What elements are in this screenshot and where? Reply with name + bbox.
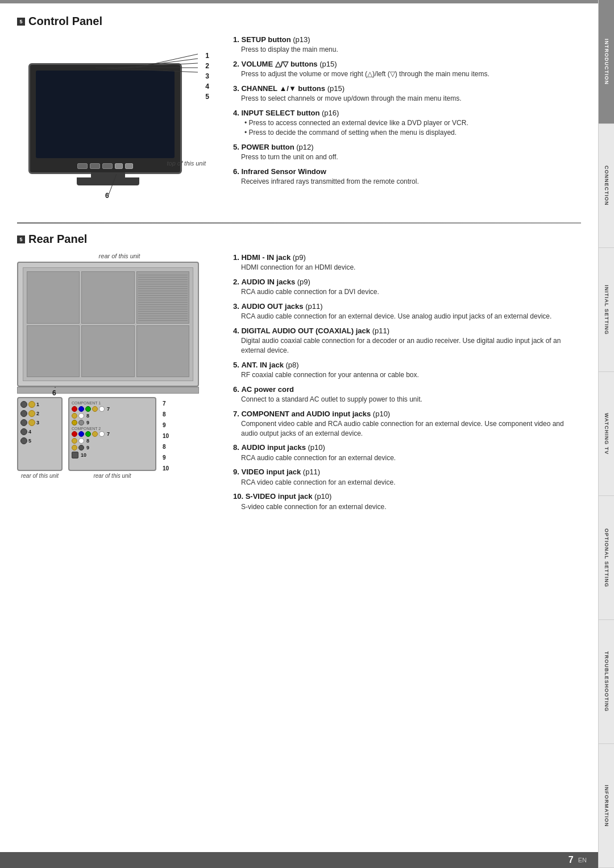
sidebar-tab-introduction[interactable]: INTRODUCTION [599, 0, 614, 124]
control-panel-items: 1. SETUP button (p13) Press to display t… [233, 35, 581, 187]
control-panel-body: 1 2 3 4 5 [17, 35, 581, 205]
rear-item-10: 10. S-VIDEO input jack (p10) S-video cab… [233, 491, 581, 511]
rear-panel-body: rear of this unit 6 [17, 253, 581, 516]
control-item-4: 4. INPUT SELECT button (p16) Press to ac… [233, 108, 581, 138]
control-panel-diagram-col: 1 2 3 4 5 [17, 35, 222, 205]
top-unit-label: top of this unit [167, 160, 206, 167]
rear-item-4: 4. DIGITAL AUDIO OUT (COAXIAL) jack (p11… [233, 326, 581, 356]
rear-panel-header: 5 Rear Panel [17, 233, 581, 246]
side-label-left: rear of this unit [17, 473, 63, 479]
control-item-1: 1. SETUP button (p13) Press to display t… [233, 35, 581, 55]
callout-3: 3 [205, 72, 209, 80]
callout-6-label: 6 [105, 192, 109, 200]
control-panel-desc-col: 1. SETUP button (p13) Press to display t… [233, 35, 581, 205]
rear-diagram-col: rear of this unit 6 [17, 253, 222, 516]
sidebar-tab-troubleshooting[interactable]: TROUBLESHOOTING [599, 620, 614, 744]
rear-item-8: 8. AUDIO input jacks (p10) RCA audio cab… [233, 443, 581, 462]
control-panel-header: 5 Control Panel [17, 15, 581, 28]
page-number: 7 [569, 855, 574, 865]
rear-item-6: 6. AC power cord Connect to a standard A… [233, 385, 581, 404]
sidebar-tab-connection[interactable]: CONNECTION [599, 124, 614, 248]
callout-1: 1 [205, 52, 209, 60]
main-content: 5 Control Panel 1 2 3 4 5 [0, 3, 598, 868]
rear-item-5: 5. ANT. IN jack (p8) RF coaxial cable co… [233, 360, 581, 380]
sidebar-tab-watching-tv[interactable]: WATCHING TV [599, 372, 614, 496]
control-panel-title: Control Panel [28, 15, 102, 28]
side-label-right: rear of this unit [68, 473, 156, 479]
section-marker-control: 5 [17, 18, 25, 26]
page-lang: EN [578, 857, 587, 863]
sidebar-tab-information[interactable]: INFORMATION [599, 744, 614, 868]
section-divider [17, 222, 581, 224]
control-item-2: 2. VOLUME △/▽ buttons (p15) Press to adj… [233, 59, 581, 79]
rear-item-7: 7. COMPONENT and AUDIO input jacks (p10)… [233, 409, 581, 439]
callout-5: 5 [205, 93, 209, 101]
section-marker-rear: 5 [17, 235, 25, 243]
sidebar-tab-initial-setting[interactable]: INITIAL SETTING [599, 248, 614, 372]
rear-top-label: rear of this unit [17, 253, 222, 259]
rear-item-2: 2. AUDIO IN jacks (p9) RCA audio cable c… [233, 277, 581, 297]
rear-item-9: 9. VIDEO input jack (p11) RCA video cabl… [233, 467, 581, 487]
side-jack-panel: 1 2 3 [17, 397, 63, 479]
rear-panel-title: Rear Panel [28, 233, 87, 246]
rear-callout-6: 6 [52, 389, 56, 397]
sidebar-tabs: INTRODUCTION CONNECTION INITIAL SETTING … [598, 0, 614, 868]
component-jack-panel: COMPONENT 1 7 8 [68, 397, 156, 479]
rear-item-1: 1. HDMI - IN jack (p9) HDMI connection f… [233, 253, 581, 272]
control-item-5: 5. POWER button (p12) Press to turn the … [233, 142, 581, 162]
rear-panel-items: 1. HDMI - IN jack (p9) HDMI connection f… [233, 253, 581, 511]
sidebar-tab-optional-setting[interactable]: OPTIONAL SETTING [599, 496, 614, 620]
callout-4: 4 [205, 82, 209, 90]
callout-2: 2 [205, 62, 209, 70]
rear-item-3: 3. AUDIO OUT jacks (p11) RCA audio cable… [233, 301, 581, 321]
control-item-3: 3. CHANNEL ▲/▼ buttons (p15) Press to se… [233, 84, 581, 104]
page-number-bar: 7 EN [0, 852, 598, 868]
control-item-6: 6. Infrared Sensor Window Receives infra… [233, 167, 581, 187]
rear-desc-col: 1. HDMI - IN jack (p9) HDMI connection f… [233, 253, 581, 516]
